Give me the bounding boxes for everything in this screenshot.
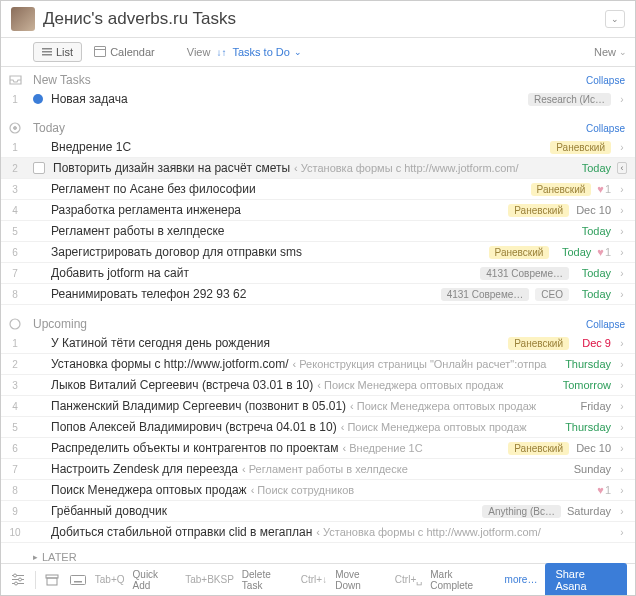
task-row[interactable]: 8Реанимировать телефон 292 93 624131 Сов…: [1, 284, 635, 305]
due-date: Dec 10: [575, 442, 611, 454]
chevron-right-icon[interactable]: ›: [617, 506, 627, 517]
tag[interactable]: Раневский: [531, 183, 592, 196]
task-row[interactable]: 7Настроить Zendesk для переезда‹ Регламе…: [1, 459, 635, 480]
section-title: Upcoming: [33, 317, 87, 331]
task-row[interactable]: 4Разработка регламента инженераРаневский…: [1, 200, 635, 221]
tag[interactable]: Research (Ис…: [528, 93, 611, 106]
chevron-right-icon[interactable]: ›: [617, 226, 627, 237]
tag[interactable]: Раневский: [489, 246, 550, 259]
chevron-right-icon[interactable]: ›: [617, 527, 627, 538]
task-row[interactable]: 10Добиться стабильной отправки clid в ме…: [1, 522, 635, 543]
more-shortcuts-link[interactable]: more…: [505, 574, 538, 585]
tag[interactable]: Раневский: [550, 141, 611, 154]
task-name: Регламент по Асане без философии: [51, 182, 256, 196]
view-list-button[interactable]: List: [33, 42, 82, 62]
chevron-right-icon[interactable]: ›: [617, 338, 627, 349]
due-date: Sunday: [574, 463, 611, 475]
row-number: 8: [1, 284, 29, 304]
heart-icon[interactable]: ♥1: [597, 484, 611, 496]
list-icon: [42, 46, 52, 58]
chevron-right-icon[interactable]: ›: [617, 205, 627, 216]
shortcut-label: Mark Complete: [430, 569, 496, 591]
chevron-right-icon[interactable]: ›: [617, 422, 627, 433]
tag[interactable]: Раневский: [508, 442, 569, 455]
tag[interactable]: Раневский: [508, 337, 569, 350]
row-number: 5: [1, 417, 29, 437]
task-row[interactable]: 1Новая задачаResearch (Ис…›: [1, 89, 635, 109]
svg-point-2: [10, 319, 20, 329]
task-row[interactable]: 2Повторить дизайн заявки на расчёт сметы…: [1, 158, 635, 179]
heart-icon[interactable]: ♥1: [597, 183, 611, 195]
collapse-link[interactable]: Collapse: [586, 75, 625, 86]
tag[interactable]: Раневский: [508, 204, 569, 217]
task-row[interactable]: 1У Катиной тёти сегодня день рожденияРан…: [1, 333, 635, 354]
task-row[interactable]: 5Попов Алексей Владимирович (встреча 04.…: [1, 417, 635, 438]
later-label: LATER: [42, 551, 77, 563]
chevron-right-icon[interactable]: ›: [617, 94, 627, 105]
avatar[interactable]: [11, 7, 35, 31]
new-task-button[interactable]: New ⌄: [594, 46, 627, 58]
due-date: Friday: [575, 400, 611, 412]
svg-point-7: [18, 578, 21, 581]
task-parent: ‹ Поиск Менеджера оптовых продаж: [350, 400, 536, 412]
settings-icon[interactable]: [9, 571, 27, 589]
task-parent: ‹ Реконструкция страницы "Онлайн расчет"…: [293, 358, 547, 370]
shortcut-label: Quick Add: [133, 569, 178, 591]
task-name: Регламент работы в хелпдеске: [51, 224, 225, 238]
tag[interactable]: 4131 Совреме…: [480, 267, 569, 280]
task-parent: ‹ Регламент работы в хелпдеске: [242, 463, 408, 475]
task-row[interactable]: 3Лыков Виталий Сергеевич (встреча 03.01 …: [1, 375, 635, 396]
header-menu-dropdown[interactable]: ⌄: [605, 10, 625, 28]
task-row[interactable]: 5Регламент работы в хелпдескеToday›: [1, 221, 635, 242]
collapse-link[interactable]: Collapse: [586, 123, 625, 134]
task-name: Зарегистрировать договор для отправки sm…: [51, 245, 302, 259]
chevron-right-icon[interactable]: ›: [617, 142, 627, 153]
share-button[interactable]: Share Asana: [545, 563, 627, 597]
chevron-right-icon[interactable]: ›: [617, 359, 627, 370]
task-row[interactable]: 2Установка формы с http://www.jotform.co…: [1, 354, 635, 375]
row-number: 6: [1, 438, 29, 458]
inbox-icon: [1, 69, 29, 91]
task-row[interactable]: 6Распределить объекты и контрагентов по …: [1, 438, 635, 459]
due-date: Thursday: [565, 358, 611, 370]
task-name: Грёбанный доводчик: [51, 504, 167, 518]
tag[interactable]: 4131 Совреме…: [441, 288, 530, 301]
new-label: New: [594, 46, 616, 58]
svg-rect-10: [47, 578, 57, 585]
view-calendar-label: Calendar: [110, 46, 155, 58]
view-calendar-button[interactable]: Calendar: [86, 43, 163, 62]
shortcut-key: Ctrl+␣: [395, 574, 422, 585]
chevron-right-icon[interactable]: ›: [617, 268, 627, 279]
task-name: Повторить дизайн заявки на расчёт сметы: [53, 161, 290, 175]
chevron-right-icon[interactable]: ›: [617, 380, 627, 391]
chevron-right-icon[interactable]: ‹: [617, 162, 627, 174]
view-filter-dropdown[interactable]: Tasks to Do: [232, 46, 289, 58]
tag[interactable]: CEO: [535, 288, 569, 301]
chevron-right-icon[interactable]: ›: [617, 464, 627, 475]
task-row[interactable]: 6Зарегистрировать договор для отправки s…: [1, 242, 635, 263]
task-name: Настроить Zendesk для переезда: [51, 462, 238, 476]
sort-icon: ↓↑: [216, 47, 226, 58]
task-row[interactable]: 8Поиск Менеджера оптовых продаж‹ Поиск с…: [1, 480, 635, 501]
task-checkbox[interactable]: [33, 162, 45, 174]
chevron-right-icon[interactable]: ›: [617, 485, 627, 496]
tag[interactable]: Anything (Вс…: [482, 505, 561, 518]
chevron-right-icon[interactable]: ›: [617, 401, 627, 412]
chevron-right-icon[interactable]: ›: [617, 443, 627, 454]
task-name: Установка формы с http://www.jotform.com…: [51, 357, 289, 371]
chevron-right-icon[interactable]: ›: [617, 184, 627, 195]
task-row[interactable]: 4Панженский Владимир Сергеевич (позвонит…: [1, 396, 635, 417]
task-row[interactable]: 1Внедрение 1СРаневский›: [1, 137, 635, 158]
task-row[interactable]: 9Грёбанный доводчикAnything (Вс…Saturday…: [1, 501, 635, 522]
task-name: Поиск Менеджера оптовых продаж: [51, 483, 247, 497]
heart-icon[interactable]: ♥1: [597, 246, 611, 258]
svg-point-1: [14, 127, 17, 130]
chevron-right-icon[interactable]: ›: [617, 289, 627, 300]
collapse-link[interactable]: Collapse: [586, 319, 625, 330]
task-row[interactable]: 3Регламент по Асане без философииРаневск…: [1, 179, 635, 200]
keyboard-icon[interactable]: [69, 571, 87, 589]
archive-icon[interactable]: [44, 571, 62, 589]
chevron-right-icon[interactable]: ›: [617, 247, 627, 258]
task-parent: ‹ Поиск Менеджера оптовых продаж: [317, 379, 503, 391]
task-row[interactable]: 7Добавить jotform на сайт4131 Совреме…To…: [1, 263, 635, 284]
